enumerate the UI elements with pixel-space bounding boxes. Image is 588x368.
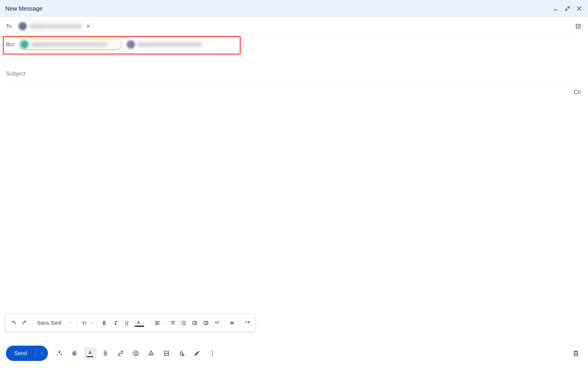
quote-button[interactable] [211,317,223,329]
divider [239,319,240,327]
subject-row[interactable] [6,65,582,83]
divider [224,319,225,327]
svg-point-26 [212,353,213,354]
svg-point-11 [181,324,182,325]
gradient-circle [71,350,78,357]
formatting-options-button[interactable] [84,347,96,359]
window-title: New Message [5,5,43,12]
chevron-down-icon [90,321,93,324]
divider [32,319,32,327]
bulleted-list-button[interactable] [178,317,189,329]
exit-fullscreen-icon[interactable] [564,5,571,12]
svg-point-27 [212,355,213,356]
confidential-mode-icon[interactable] [176,347,188,359]
divider [150,319,150,327]
insert-link-icon[interactable] [114,347,127,359]
svg-point-10 [181,323,182,324]
subject-input[interactable] [6,70,582,77]
insert-drive-icon[interactable] [145,347,157,359]
discard-draft-icon[interactable] [570,347,582,359]
svg-point-21 [151,354,151,354]
svg-point-25 [212,351,213,352]
insert-photo-icon[interactable] [160,347,173,359]
indent-more-button[interactable] [200,317,211,329]
insert-signature-icon[interactable] [191,347,203,359]
svg-point-9 [181,321,182,322]
bcc-label: Bcc [6,41,15,48]
font-family-select[interactable]: Sans Serif [34,320,75,326]
bottom-bar: Send [0,339,588,368]
bold-button[interactable] [99,317,110,329]
cc-toggle-link[interactable]: Cc [573,87,582,97]
font-size-button[interactable]: TT [79,317,95,329]
insert-emoji-icon[interactable] [130,347,142,359]
strikethrough-button[interactable]: S [226,317,238,329]
numbered-list-button[interactable] [167,317,178,329]
divider [77,319,77,327]
redo-icon[interactable] [19,317,30,329]
titlebar-controls [552,5,583,12]
chip-text-redacted: redacted [31,42,107,47]
bcc-field-row[interactable]: Bcc redacted redacted [6,35,582,54]
send-button-group: Send [6,346,48,361]
ai-sparkle-icon[interactable] [53,347,66,359]
color-swatch [135,326,144,327]
svg-text:T: T [82,321,85,326]
undo-icon[interactable] [8,317,19,329]
formatting-toolbar: Sans Serif TT S T [5,314,255,331]
svg-point-1 [576,24,577,25]
text-color-button[interactable] [132,317,148,329]
svg-rect-6 [578,27,581,28]
send-button[interactable]: Send [6,346,35,361]
avatar [19,22,27,30]
avatar [127,40,135,49]
titlebar: New Message [0,0,588,17]
svg-rect-2 [578,24,581,24]
chip-text-redacted: redacted [29,24,82,28]
attach-file-icon[interactable] [99,347,111,359]
align-button[interactable] [152,317,167,329]
svg-point-3 [576,25,577,26]
more-options-icon[interactable] [206,347,219,359]
gradient-theme-icon[interactable] [69,347,81,359]
avatar [20,40,29,49]
chevron-down-icon [69,321,72,325]
svg-point-17 [134,351,139,356]
remove-formatting-button[interactable]: T [241,317,253,329]
recipient-fields: To redacted Bcc redacted redacted Cc [0,17,588,83]
remove-recipient-icon[interactable] [86,24,91,29]
divider [97,319,97,327]
compose-action-icons [53,347,219,359]
contacts-picker-icon[interactable] [574,22,582,30]
svg-rect-4 [578,26,581,26]
svg-text:T: T [245,320,248,325]
italic-button[interactable] [110,317,121,329]
svg-rect-0 [554,10,557,10]
minimize-icon[interactable] [552,5,559,12]
bcc-recipient-chip-2[interactable]: redacted [125,39,216,50]
chip-text-redacted: redacted [137,42,202,47]
to-field-row[interactable]: To redacted [6,17,582,35]
svg-point-18 [135,352,136,353]
font-name: Sans Serif [37,320,61,326]
svg-text:T: T [85,322,87,325]
send-options-dropdown[interactable] [36,346,48,361]
svg-point-19 [136,352,137,353]
chevron-down-icon [161,321,164,324]
svg-point-5 [576,27,577,28]
indent-less-button[interactable] [189,317,200,329]
to-label: To [6,23,14,29]
to-recipient-chip[interactable]: redacted [17,21,94,32]
bcc-recipient-chip-1[interactable]: redacted [19,39,122,50]
bottom-left-group: Send [6,346,219,361]
color-swatch [87,356,93,357]
chevron-down-icon [142,321,145,324]
underline-button[interactable] [121,317,132,329]
close-icon[interactable] [576,5,583,12]
